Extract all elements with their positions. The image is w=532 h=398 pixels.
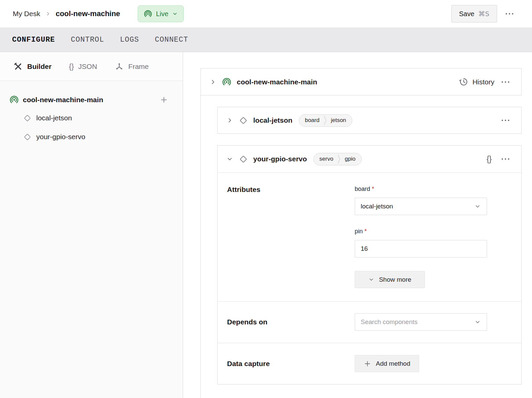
tree-item-machine-part[interactable]: cool-new-machine-main <box>0 91 183 109</box>
required-asterisk: * <box>372 186 374 192</box>
add-component-button[interactable] <box>157 93 171 107</box>
save-label: Save <box>459 10 475 18</box>
plus-icon <box>364 360 371 367</box>
tab-logs[interactable]: LOGS <box>120 36 139 44</box>
header-more-menu-button[interactable] <box>502 6 517 22</box>
component-title: your-gpio-servo <box>253 155 307 163</box>
save-button[interactable]: Save ⌘S <box>451 5 497 23</box>
add-method-button[interactable]: Add method <box>355 355 419 372</box>
component-more-button[interactable] <box>498 113 513 128</box>
view-mode-builder[interactable]: Builder <box>13 62 51 71</box>
app-window: My Desk cool-new-machine Live Save ⌘S CO… <box>0 0 532 398</box>
expand-chevron-right-icon[interactable] <box>226 117 233 124</box>
badge-divider-icon <box>337 154 341 164</box>
component-title: local-jetson <box>253 116 293 124</box>
component-type-badge: board jetson <box>299 114 352 127</box>
component-type: board <box>305 117 319 124</box>
config-main-panel: cool-new-machine-main History <box>183 52 532 398</box>
machine-part-card: cool-new-machine-main History <box>201 68 522 95</box>
board-select[interactable]: local-jetson <box>355 198 487 215</box>
pin-label-text: pin <box>355 228 363 235</box>
primary-tab-bar: CONFIGURE CONTROL LOGS CONNECT <box>0 28 532 52</box>
component-model: gpio <box>345 156 355 162</box>
machine-card-more-button[interactable] <box>498 74 513 90</box>
badge-divider-icon <box>323 115 327 126</box>
braces-icon: {} <box>69 62 74 71</box>
component-more-button[interactable] <box>498 151 513 167</box>
breadcrumb: My Desk cool-new-machine <box>13 9 120 18</box>
depends-on-placeholder: Search components <box>361 318 417 326</box>
component-model: jetson <box>331 117 346 124</box>
machine-status-badge[interactable]: Live <box>138 5 184 22</box>
chevron-down-icon <box>474 319 481 325</box>
add-method-label: Add method <box>376 360 410 367</box>
board-label-text: board <box>355 186 370 192</box>
chevron-down-icon <box>474 203 481 210</box>
breadcrumb-current: cool-new-machine <box>56 9 120 18</box>
component-diamond-icon <box>23 132 32 142</box>
tree-item-label: local-jetson <box>36 114 72 122</box>
top-bar: My Desk cool-new-machine Live Save ⌘S <box>0 0 532 28</box>
depends-on-select[interactable]: Search components <box>355 313 487 331</box>
tab-control[interactable]: CONTROL <box>71 36 104 44</box>
component-type-badge: servo gpio <box>313 153 362 165</box>
breadcrumb-parent-link[interactable]: My Desk <box>13 10 40 18</box>
machine-part-icon <box>222 77 232 87</box>
component-list: local-jetson board jetson <box>201 95 522 398</box>
machine-part-title: cool-new-machine-main <box>237 78 317 86</box>
history-icon <box>459 77 469 87</box>
component-diamond-icon <box>238 154 248 164</box>
required-asterisk: * <box>364 228 367 235</box>
tools-icon <box>13 62 23 71</box>
collapse-chevron-down-icon[interactable] <box>226 155 233 163</box>
machine-part-icon <box>9 95 19 105</box>
history-button[interactable]: History <box>459 77 494 87</box>
attributes-section: Attributes board* local-jetson <box>218 172 521 301</box>
view-mode-frame[interactable]: Frame <box>115 62 149 71</box>
tab-connect[interactable]: CONNECT <box>155 36 188 44</box>
save-shortcut: ⌘S <box>478 10 489 18</box>
chevron-down-icon <box>172 11 178 17</box>
view-mode-label: Builder <box>27 63 51 71</box>
board-select-value: local-jetson <box>361 203 393 210</box>
component-diamond-icon <box>23 114 32 123</box>
tree-item-local-jetson[interactable]: local-jetson <box>0 109 183 127</box>
content-area: Builder {} JSON <box>0 52 532 398</box>
machine-part-icon <box>143 9 152 18</box>
chevron-down-icon <box>368 276 374 283</box>
depends-on-section: Depends on Search components <box>218 301 521 343</box>
data-capture-heading: Data capture <box>227 360 355 368</box>
component-card-local-jetson: local-jetson board jetson <box>217 107 522 134</box>
pin-field-label: pin* <box>355 228 487 235</box>
status-label: Live <box>156 10 169 18</box>
config-sidebar: Builder {} JSON <box>0 52 183 398</box>
show-more-label: Show more <box>379 276 411 283</box>
tab-configure[interactable]: CONFIGURE <box>12 36 55 44</box>
tree-root-label: cool-new-machine-main <box>23 96 103 104</box>
attributes-heading: Attributes <box>227 186 355 288</box>
depends-on-heading: Depends on <box>227 318 355 326</box>
view-mode-json[interactable]: {} JSON <box>69 62 97 71</box>
component-type: servo <box>319 156 334 162</box>
component-card-your-gpio-servo: your-gpio-servo servo gpio {} <box>217 145 522 385</box>
expand-chevron-right-icon[interactable] <box>209 78 217 86</box>
show-more-button[interactable]: Show more <box>355 271 425 288</box>
board-field-label: board* <box>355 186 487 193</box>
pin-input[interactable] <box>355 240 487 257</box>
tree-item-label: your-gpio-servo <box>36 133 85 141</box>
chevron-right-icon <box>45 11 51 17</box>
data-capture-section: Data capture Add method <box>218 343 521 384</box>
frame-axes-icon <box>115 62 124 71</box>
tree-item-your-gpio-servo[interactable]: your-gpio-servo <box>0 127 183 146</box>
machine-tree: cool-new-machine-main local-jetson your <box>0 81 183 146</box>
edit-json-button[interactable]: {} <box>484 153 494 165</box>
view-mode-switcher: Builder {} JSON <box>0 52 183 81</box>
history-label: History <box>473 78 494 86</box>
view-mode-label: Frame <box>128 63 149 71</box>
view-mode-label: JSON <box>78 63 97 71</box>
component-card-header: your-gpio-servo servo gpio {} <box>218 146 521 172</box>
component-diamond-icon <box>238 116 248 125</box>
